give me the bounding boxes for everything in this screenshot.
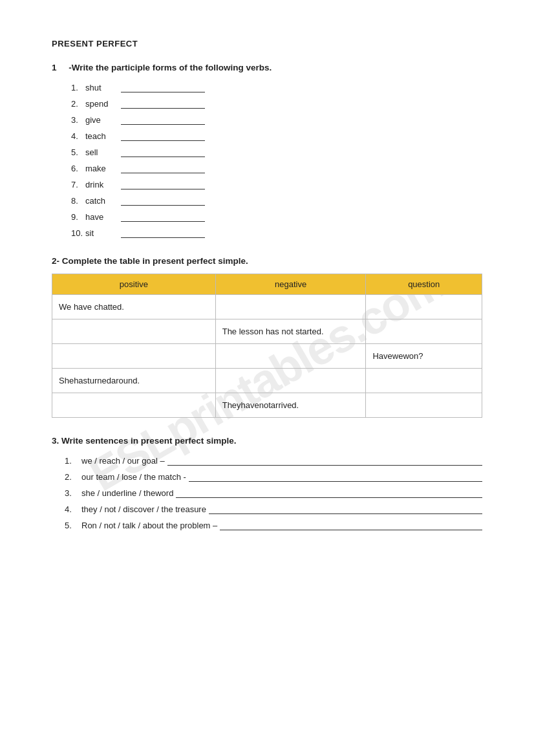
item-num: 6. (71, 164, 85, 173)
item-text: Ron / not / talk / about the problem – (81, 521, 217, 530)
item-text: she / underline / theword (81, 488, 173, 498)
item-num: 2. (65, 472, 79, 482)
item-num: 3. (65, 488, 79, 498)
item-num: 5. (65, 521, 79, 530)
cell-question (366, 393, 482, 418)
answer-blank (121, 100, 205, 109)
item-verb: give (85, 115, 121, 125)
section-3-heading: 3. Write sentences in present perfect si… (52, 436, 482, 446)
item-text: our team / lose / the match - (81, 472, 186, 482)
cell-positive (52, 344, 216, 369)
item-verb: sit (85, 228, 121, 238)
answer-blank (121, 229, 205, 238)
section-2-heading: 2- Complete the table in present perfect… (52, 256, 482, 266)
list-item: 2. spend (71, 99, 482, 109)
answer-blank (121, 213, 205, 222)
list-item: 5. Ron / not / talk / about the problem … (65, 521, 482, 530)
section-1-num: 1 (52, 63, 57, 72)
section-2: 2- Complete the table in present perfect… (52, 256, 482, 418)
item-num: 2. (71, 99, 85, 109)
list-item: 4. they / not / discover / the treasure (65, 504, 482, 514)
cell-question: Havewewon? (366, 344, 482, 369)
table-row: The lesson has not started. (52, 319, 482, 344)
answer-blank (121, 164, 205, 173)
list-item: 6. make (71, 164, 482, 173)
table-row: We have chatted. (52, 295, 482, 319)
cell-positive (52, 319, 216, 344)
answer-blank (121, 148, 205, 157)
section-3: 3. Write sentences in present perfect si… (52, 436, 482, 530)
item-verb: spend (85, 99, 121, 109)
item-num: 9. (71, 212, 85, 222)
col-header-negative: negative (215, 274, 366, 295)
item-verb: catch (85, 196, 121, 206)
list-item: 1. shut (71, 83, 482, 92)
item-num: 10. (71, 228, 85, 238)
cell-negative (215, 344, 366, 369)
item-verb: make (85, 164, 121, 173)
answer-blank (189, 473, 482, 482)
cell-negative (215, 369, 366, 393)
item-verb: have (85, 212, 121, 222)
cell-question (366, 295, 482, 319)
item-verb: shut (85, 83, 121, 92)
page-title: PRESENT PERFECT (52, 39, 482, 49)
list-item: 8. catch (71, 196, 482, 206)
item-verb: sell (85, 147, 121, 157)
answer-blank (121, 83, 205, 92)
item-num: 5. (71, 147, 85, 157)
answer-blank (209, 505, 482, 514)
answer-blank (167, 457, 482, 466)
sentences-list: 1. we / reach / our goal – 2. our team /… (52, 456, 482, 530)
item-num: 4. (71, 131, 85, 141)
perfect-table: positive negative question We have chatt… (52, 274, 482, 418)
cell-negative (215, 295, 366, 319)
list-item: 1. we / reach / our goal – (65, 456, 482, 466)
col-header-positive: positive (52, 274, 216, 295)
list-item: 3. she / underline / theword (65, 488, 482, 498)
item-num: 7. (71, 180, 85, 189)
cell-positive (52, 393, 216, 418)
verb-list: 1. shut 2. spend 3. give 4. teach 5. (52, 83, 482, 238)
item-num: 1. (71, 83, 85, 92)
section-1-heading: 1 -Write the participle forms of the fol… (52, 63, 482, 72)
answer-blank (121, 116, 205, 125)
cell-question (366, 319, 482, 344)
list-item: 3. give (71, 115, 482, 125)
item-num: 4. (65, 504, 79, 514)
item-num: 8. (71, 196, 85, 206)
table-row: Shehasturnedaround. (52, 369, 482, 393)
item-num: 1. (65, 456, 79, 466)
table-row: Havewewon? (52, 344, 482, 369)
item-verb: teach (85, 131, 121, 141)
item-text: we / reach / our goal – (81, 456, 165, 466)
cell-positive: We have chatted. (52, 295, 216, 319)
answer-blank (121, 132, 205, 141)
list-item: 10. sit (71, 228, 482, 238)
cell-negative: Theyhavenotarrived. (215, 393, 366, 418)
section-1: 1 -Write the participle forms of the fol… (52, 63, 482, 238)
cell-negative: The lesson has not started. (215, 319, 366, 344)
answer-blank (220, 521, 482, 530)
answer-blank (176, 489, 482, 498)
section-1-text: -Write the participle forms of the follo… (69, 63, 272, 72)
item-num: 3. (71, 115, 85, 125)
list-item: 5. sell (71, 147, 482, 157)
item-text: they / not / discover / the treasure (81, 504, 206, 514)
list-item: 2. our team / lose / the match - (65, 472, 482, 482)
cell-positive: Shehasturnedaround. (52, 369, 216, 393)
answer-blank (121, 180, 205, 189)
answer-blank (121, 197, 205, 206)
list-item: 4. teach (71, 131, 482, 141)
cell-question (366, 369, 482, 393)
list-item: 9. have (71, 212, 482, 222)
item-verb: drink (85, 180, 121, 189)
table-row: Theyhavenotarrived. (52, 393, 482, 418)
list-item: 7. drink (71, 180, 482, 189)
col-header-question: question (366, 274, 482, 295)
